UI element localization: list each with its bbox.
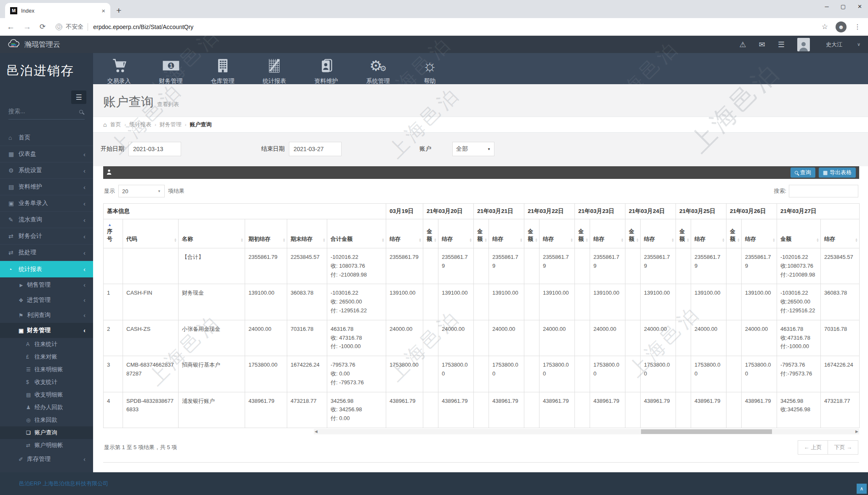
menu-item-finance[interactable]: 1 财务管理 xyxy=(145,53,197,88)
back-to-top-button[interactable]: ∧ xyxy=(857,484,867,494)
sidebar-item-data-maintenance[interactable]: ▤资料维护‹ xyxy=(0,179,93,195)
column-header[interactable]: 金额▲▼ xyxy=(524,219,539,248)
column-header[interactable]: 结存▲▼ xyxy=(489,219,524,248)
sidebar-item-home[interactable]: ⌂首页 xyxy=(0,130,93,146)
window-maximize-icon[interactable]: ▢ xyxy=(841,3,846,10)
user-avatar[interactable] xyxy=(797,38,810,51)
new-tab-button[interactable]: + xyxy=(116,5,121,16)
scrollbar-track[interactable]: ◀ ▶ xyxy=(314,429,859,434)
sidebar-item-income-expense-ledger[interactable]: ▤收支明细账 xyxy=(0,389,93,401)
horizontal-scrollbar[interactable]: ◀ ▶ xyxy=(103,429,859,434)
column-header[interactable]: 期初结存▲▼ xyxy=(245,219,287,248)
column-header[interactable]: 结存▲▼ xyxy=(438,219,474,248)
menu-item-reports[interactable]: 统计报表 xyxy=(248,53,300,88)
tasks-icon[interactable]: ☰ xyxy=(778,40,785,49)
sidebar-item-system-settings[interactable]: ⚙系统设置‹ xyxy=(0,162,93,179)
menu-item-label: 财务管理 xyxy=(159,77,183,85)
scrollbar-thumb[interactable] xyxy=(641,429,772,434)
sidebar-item-inventory-mgmt[interactable]: ✐库存管理‹ xyxy=(0,452,93,467)
browser-profile-icon[interactable]: ☻ xyxy=(836,21,847,32)
breadcrumb-home[interactable]: 首页 xyxy=(110,121,121,128)
site-info-icon[interactable]: ⓘ xyxy=(56,24,62,30)
menu-item-help[interactable]: ☼ 帮助 xyxy=(404,53,456,88)
sidebar-item-financial-accounting[interactable]: ⇄财务会计‹ xyxy=(0,228,93,245)
column-header[interactable]: 名称▲▼ xyxy=(179,219,245,248)
sidebar-item-purchase-mgmt[interactable]: ❖进货管理‹ xyxy=(0,293,93,308)
mail-icon[interactable]: ✉ xyxy=(759,40,765,49)
column-header[interactable]: 金额▲▼ xyxy=(423,219,438,248)
column-header[interactable]: 合计金额▲▼ xyxy=(327,219,386,248)
account-select[interactable]: 全部 ▼ xyxy=(452,142,494,156)
sidebar-item-reports[interactable]: ◔统计报表‹ xyxy=(0,261,93,277)
table-cell: CASH-ZS xyxy=(123,320,179,356)
sidebar-item-finance-mgmt[interactable]: ▣财务管理‹ xyxy=(0,323,93,338)
wand-icon: ✐ xyxy=(19,456,27,463)
scroll-right-icon[interactable]: ▶ xyxy=(855,429,858,434)
sort-icons: ▲▼ xyxy=(686,238,689,242)
sidebar-item-batch[interactable]: ⇄批处理‹ xyxy=(0,245,93,261)
table-search-input[interactable] xyxy=(789,185,858,197)
omnibox[interactable]: ⓘ 不安全 erpdoc.epoerp.cn/Biz/Stat/AccountQ… xyxy=(56,23,822,31)
breadcrumb-reports[interactable]: 统计报表 xyxy=(129,121,151,128)
column-header[interactable]: 金额▲▼ xyxy=(575,219,590,248)
sidebar-item-account-query[interactable]: ❏账户查询 xyxy=(0,426,93,439)
column-header[interactable]: 序号▲ xyxy=(104,219,123,248)
forward-icon[interactable]: → xyxy=(23,22,31,32)
sidebar-item-sales-mgmt[interactable]: ►销售管理‹ xyxy=(0,277,93,293)
bookmark-star-icon[interactable]: ☆ xyxy=(822,22,828,31)
sidebar-item-contact-ledger[interactable]: ☰往来明细账 xyxy=(0,363,93,376)
sidebar-item-profit-query[interactable]: ⚑利润查询‹ xyxy=(0,308,93,323)
sidebar-item-dashboard[interactable]: ▦仪表盘‹ xyxy=(0,146,93,162)
export-table-button[interactable]: ▦ 导出表格 xyxy=(819,168,856,178)
window-minimize-icon[interactable]: ─ xyxy=(825,3,829,10)
column-header[interactable]: 金额▲▼ xyxy=(474,219,489,248)
sort-icons: ▲▼ xyxy=(484,238,487,242)
column-header[interactable]: 金额▲▼ xyxy=(777,219,821,248)
start-date-input[interactable]: 2021-03-13 xyxy=(128,142,181,156)
menu-item-system[interactable]: ⚙⚙ 系统管理 xyxy=(352,53,404,88)
column-header[interactable]: 结存▲▼ xyxy=(691,219,726,248)
sidebar-item-contact-payback[interactable]: ◎往来回款 xyxy=(0,414,93,426)
scroll-left-icon[interactable]: ◀ xyxy=(315,429,318,434)
menu-item-trade-entry[interactable]: 交易录入 xyxy=(93,53,145,88)
company-link[interactable]: 邑泊ERP 上海邑泊信息科技有限公司 xyxy=(19,480,108,487)
sidebar-collapse-button[interactable]: ☰ xyxy=(71,90,86,104)
column-header[interactable]: 结存▲▼ xyxy=(742,219,777,248)
prev-page-button[interactable]: ← 上页 xyxy=(798,440,828,455)
menu-item-data-maintenance[interactable]: 资料维护 xyxy=(300,53,352,88)
back-icon[interactable]: ← xyxy=(7,22,15,32)
alert-icon[interactable]: ⚠ xyxy=(740,40,746,49)
sidebar-item-account-ledger[interactable]: ⇄账户明细帐 xyxy=(0,439,93,452)
sidebar-item-contact-recon[interactable]: £往来对账 xyxy=(0,351,93,363)
tab-close-icon[interactable]: × xyxy=(101,7,105,14)
end-date-input[interactable]: 2021-03-27 xyxy=(289,142,342,156)
sidebar-item-flow-query[interactable]: ✎流水查询‹ xyxy=(0,212,93,228)
column-header[interactable]: 结存▲▼ xyxy=(590,219,625,248)
sidebar-item-income-expense-stats[interactable]: $收支统计 xyxy=(0,376,93,389)
next-page-button[interactable]: 下页 → xyxy=(828,440,858,455)
browser-menu-icon[interactable]: ⋮ xyxy=(854,23,861,31)
column-header[interactable]: 金额▲▼ xyxy=(625,219,641,248)
sidebar-search-input[interactable]: 搜索... xyxy=(8,108,85,120)
column-header[interactable]: 结存▲▼ xyxy=(641,219,676,248)
column-header[interactable]: 期末结存▲▼ xyxy=(287,219,327,248)
money-icon: ▣ xyxy=(19,327,27,334)
window-close-icon[interactable]: ✕ xyxy=(857,3,862,10)
column-header[interactable]: 金额▲▼ xyxy=(726,219,742,248)
sidebar-item-contact-stats[interactable]: A往来统计 xyxy=(0,338,93,351)
query-button[interactable]: 查询 xyxy=(791,168,815,178)
menu-item-warehouse[interactable]: 仓库管理 xyxy=(197,53,248,88)
breadcrumb-finance[interactable]: 财务管理 xyxy=(160,121,182,128)
column-header[interactable]: 金额▲▼ xyxy=(676,219,691,248)
sidebar-item-agent-payback[interactable]: ♟经办人回款 xyxy=(0,401,93,414)
column-header[interactable]: 结存▲▼ xyxy=(821,219,860,248)
browser-tab[interactable]: M Index × xyxy=(5,3,110,18)
table-row: 3CMB-6837466283787287招商银行基本户1753800.0016… xyxy=(104,356,860,392)
user-name[interactable]: 史大江 xyxy=(826,41,842,48)
column-header[interactable]: 结存▲▼ xyxy=(386,219,423,248)
reload-icon[interactable]: ⟳ xyxy=(40,22,45,31)
page-size-select[interactable]: 20 ▼ xyxy=(118,185,165,197)
column-header[interactable]: 结存▲▼ xyxy=(539,219,575,248)
sidebar-item-order-entry[interactable]: ▣业务单录入‹ xyxy=(0,195,93,212)
column-header[interactable]: 代码▲▼ xyxy=(123,219,179,248)
